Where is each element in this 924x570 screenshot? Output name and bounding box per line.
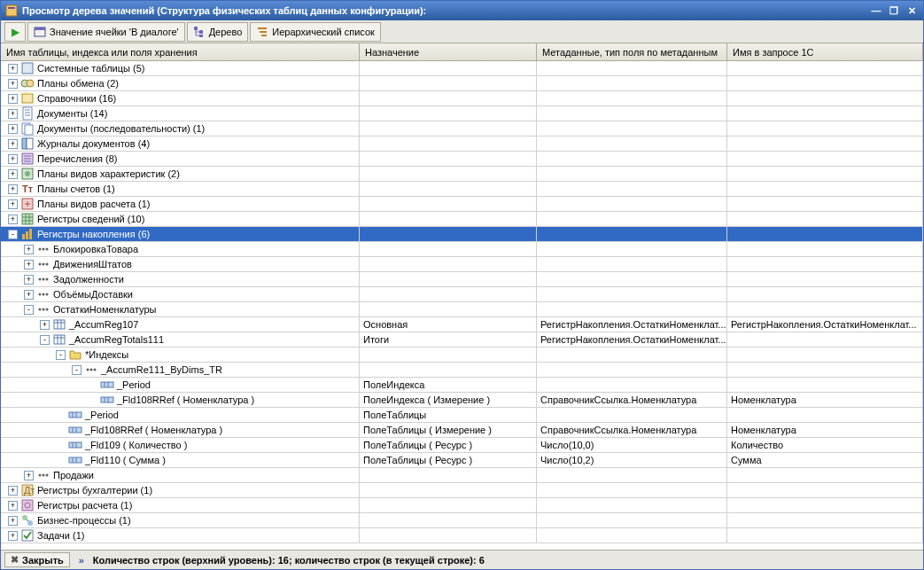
tree-row[interactable]: -_AccumRegTotals111ИтогиРегистрНакоплени…: [1, 332, 923, 347]
close-x-icon: ✖: [11, 554, 19, 566]
expand-toggle[interactable]: +: [8, 516, 18, 526]
expand-toggle[interactable]: +: [8, 139, 18, 149]
expand-toggle[interactable]: +: [8, 154, 18, 164]
expand-toggle[interactable]: -: [24, 305, 34, 315]
tree-row[interactable]: +ДвиженияШтатов: [1, 257, 923, 272]
close-button[interactable]: ✖ Закрыть: [4, 552, 70, 567]
expand-toggle[interactable]: +: [8, 109, 18, 119]
tree-row[interactable]: +Продажи: [1, 468, 923, 483]
expand-toggle[interactable]: +: [8, 169, 18, 179]
tree-row[interactable]: -*Индексы: [1, 347, 923, 363]
field-icon: [100, 393, 114, 407]
tree-row[interactable]: _PeriodПолеИндекса: [1, 378, 923, 393]
hier-list-button[interactable]: Иерархический список: [250, 22, 381, 42]
svg-point-25: [39, 248, 42, 251]
tree-row[interactable]: +Регистры сведений (10): [1, 212, 923, 227]
dots-icon: [36, 257, 50, 271]
tree-row[interactable]: +Справочники (16): [1, 91, 923, 106]
tree-row[interactable]: -Регистры накопления (6): [1, 227, 923, 242]
svg-point-52: [43, 474, 45, 477]
window-close-button[interactable]: ✕: [904, 4, 920, 18]
row-label: Системные таблицы (5): [37, 63, 144, 74]
tree-row[interactable]: +Документы (14): [1, 106, 923, 121]
tree-row[interactable]: -ОстаткиНоменклатуры: [1, 302, 923, 317]
tree-row[interactable]: +Планы видов расчета (1): [1, 197, 923, 212]
tree-row[interactable]: +Задачи (1): [1, 528, 923, 543]
tree-row[interactable]: +Задолженности: [1, 272, 923, 287]
expand-toggle[interactable]: +: [24, 290, 34, 300]
expand-toggle[interactable]: +: [8, 501, 18, 511]
tree-row[interactable]: _Fld110 ( Сумма )ПолеТаблицы ( Ресурс )Ч…: [1, 453, 923, 468]
expand-toggle[interactable]: +: [40, 320, 50, 330]
expand-toggle[interactable]: +: [8, 215, 18, 224]
tree-row[interactable]: +Планы видов характеристик (2): [1, 167, 923, 182]
row-purpose: [360, 242, 537, 256]
tree-row[interactable]: _Fld108RRef ( Номенклатура )ПолеТаблицы …: [1, 423, 923, 438]
tree-grid[interactable]: +Системные таблицы (5)+Планы обмена (2)+…: [1, 61, 923, 550]
expand-toggle[interactable]: +: [8, 79, 18, 89]
header-col3[interactable]: Метаданные, тип поля по метаданным: [537, 43, 727, 60]
expand-toggle[interactable]: +: [8, 184, 18, 194]
expand-toggle[interactable]: +: [8, 124, 18, 134]
row-metadata: [537, 257, 727, 271]
expand-toggle[interactable]: +: [24, 245, 34, 254]
tree-row[interactable]: _Fld108RRef ( Номенклатура )ПолеИндекса …: [1, 393, 923, 408]
expand-toggle[interactable]: +: [24, 260, 34, 269]
tree-row[interactable]: _PeriodПолеТаблицы: [1, 408, 923, 423]
minimize-button[interactable]: —: [868, 4, 884, 18]
svg-point-37: [39, 308, 42, 311]
expand-toggle[interactable]: +: [8, 64, 18, 74]
svg-rect-22: [22, 234, 25, 239]
expand-toggle[interactable]: -: [8, 230, 18, 239]
expand-toggle[interactable]: -: [56, 350, 66, 360]
calcplan-icon: [20, 197, 35, 211]
expand-toggle[interactable]: -: [72, 365, 82, 375]
row-label: Документы (последовательности) (1): [37, 123, 205, 134]
tree-row[interactable]: +Журналы документов (4): [1, 137, 923, 152]
svg-point-34: [39, 293, 42, 296]
row-metadata: [537, 61, 727, 75]
row-label: БлокировкаТовара: [53, 244, 138, 254]
row-query-name: [727, 483, 923, 497]
expand-toggle[interactable]: +: [24, 275, 34, 285]
tree-row[interactable]: +Документы (последовательности) (1): [1, 121, 923, 137]
tree-row[interactable]: +Планы обмена (2): [1, 76, 923, 91]
table-icon: [52, 317, 66, 332]
tree-row[interactable]: -_AccumRe111_ByDims_TR: [1, 363, 923, 378]
tree-row[interactable]: _Fld109 ( Количество )ПолеТаблицы ( Ресу…: [1, 438, 923, 453]
svg-point-43: [90, 369, 93, 371]
expand-toggle[interactable]: +: [8, 199, 18, 209]
header-col4[interactable]: Имя в запросе 1С: [727, 43, 923, 60]
header-col1[interactable]: Имя таблицы, индекса или поля хранения: [1, 43, 360, 60]
tree-row[interactable]: +Бизнес-процессы (1): [1, 513, 923, 528]
expand-toggle[interactable]: +: [8, 486, 18, 496]
tree-row[interactable]: +ТтПланы счетов (1): [1, 182, 923, 197]
expand-toggle[interactable]: -: [40, 335, 50, 345]
tree-row[interactable]: +Перечисления (8): [1, 152, 923, 167]
expand-toggle[interactable]: +: [24, 471, 34, 480]
toolbar: ▶ Значение ячейки 'В диалоге' Дерево Иер…: [1, 20, 923, 43]
tree-row[interactable]: +Регистры расчета (1): [1, 498, 923, 513]
field-icon: [68, 453, 82, 467]
header-col2[interactable]: Назначение: [360, 43, 537, 60]
tree-row[interactable]: +ОбъёмыДоставки: [1, 287, 923, 302]
expand-toggle[interactable]: +: [8, 531, 18, 541]
tree-button[interactable]: Дерево: [187, 22, 249, 42]
row-metadata: Число(10,2): [537, 453, 727, 467]
dots-icon: [36, 468, 50, 482]
tree-row[interactable]: +ДтРегистры бухгалтерии (1): [1, 483, 923, 498]
row-query-name: [727, 212, 923, 226]
cell-value-button[interactable]: Значение ячейки 'В диалоге': [27, 22, 185, 42]
tree-row[interactable]: +БлокировкаТовара: [1, 242, 923, 257]
row-metadata: [537, 363, 727, 377]
tree-row[interactable]: +Системные таблицы (5): [1, 61, 923, 76]
run-button[interactable]: ▶: [4, 22, 26, 42]
row-query-name: [727, 227, 923, 241]
expand-toggle[interactable]: +: [8, 94, 18, 104]
restore-button[interactable]: ❐: [886, 4, 902, 18]
svg-rect-46: [101, 397, 113, 402]
row-metadata: [537, 242, 727, 256]
row-query-name: [727, 408, 923, 422]
tree-row[interactable]: +_AccumReg107ОсновнаяРегистрНакопления.О…: [1, 317, 923, 332]
row-purpose: [360, 287, 537, 301]
